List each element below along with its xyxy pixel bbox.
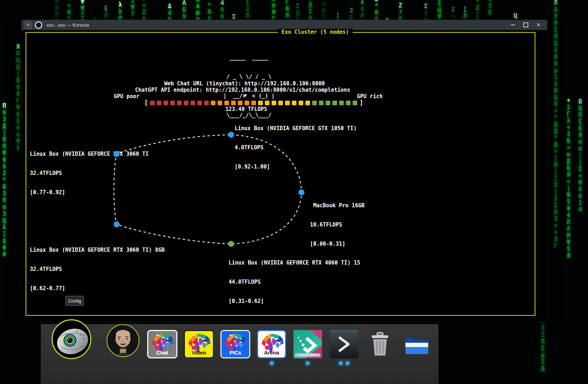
desktop: П 6 3 Д | 8 Π Ψ 6 λ 2 * Б 3 П π 3 Ц λ Ξ …	[0, 0, 588, 384]
trash-icon	[366, 330, 394, 358]
node-name: Linux Box (NVIDIA GEFORCE RTX 3060 TI) 8…	[30, 247, 165, 253]
matrix-rain-column: Ж П Ц Ц | Ж 0 0 Γ Ψ 6 ξ π π Ψ λ	[16, 43, 20, 151]
gpu-bar: [ ]	[144, 99, 363, 106]
node-name: Linux Box (NVIDIA GEFORCE RTX 4060 TI) 1…	[229, 260, 360, 266]
gpu-bar-square	[272, 101, 276, 105]
matrix-rain-column: Σ Σ < 3 3 Б	[488, 0, 492, 16]
gpu-rich-label: GPU rich	[357, 93, 383, 100]
api-endpoint-url[interactable]: ChatGPT API endpoint: http://192.168.0.1…	[135, 87, 350, 93]
gpu-bar-square	[299, 101, 303, 105]
gpu-bar-square	[245, 101, 249, 105]
node-range: [0.62-0.77]	[30, 285, 165, 292]
robot-icon	[53, 320, 90, 358]
node-tflops: 4.0TFLOPS	[235, 144, 357, 151]
dock-item-chat-label: Chat	[156, 350, 168, 357]
user-avatar-button[interactable]	[107, 324, 139, 357]
gpu-poor-label: GPU poor	[114, 93, 139, 100]
node-range: [0.77-0.92]	[30, 189, 149, 196]
gpu-bar-square	[224, 101, 229, 105]
gpu-bar-square	[353, 101, 357, 105]
minimize-icon	[511, 25, 515, 25]
matrix-rain-column: Л Δ 5 Θ ξ И Ц λ Б Б μ 1 λ Ж Ц 8 > * Д Д …	[554, 0, 557, 249]
gpu-bar-squares	[150, 101, 357, 105]
gpu-bar-square	[346, 101, 351, 105]
gpu-bar-marker-icon: ▼	[244, 92, 247, 98]
matrix-rain-column: + 1 Γ λ + 3 Б = π Д Б Я = | Ж 5 Φ 4 Л Λ …	[567, 97, 570, 259]
gpu-bar-square	[218, 101, 222, 105]
gpu-bar-square	[332, 101, 337, 105]
dock-item-video-label: Video	[192, 350, 206, 357]
dock-item-pics[interactable]: PICs	[220, 330, 250, 358]
matrix-rain-column: П 6 3 Д | 8 Π Ψ 6 λ 2 * Б 3 П π 3 Ц λ Ξ …	[2, 102, 6, 258]
gpu-bar-square	[285, 101, 290, 105]
robot-launcher-button[interactable]	[52, 319, 91, 359]
dock-item-arena-label: Arena	[264, 350, 279, 357]
gpu-bar-square	[258, 101, 263, 105]
node-tflops: 10.6TFLOPS	[310, 222, 365, 228]
gpu-bar-square	[319, 101, 324, 105]
node-name: Linux Box (NVIDIA GEFORCE GTX 1050 TI)	[235, 125, 357, 132]
node-rtx3060ti-8gb: Linux Box (NVIDIA GEFORCE RTX 3060 TI) 8…	[30, 234, 165, 304]
latte-dock-icon	[293, 330, 322, 358]
running-indicator-arena	[270, 362, 273, 365]
cluster-frame-title: Exo Cluster (5 nodes)	[278, 29, 353, 35]
dock-item-trash[interactable]	[366, 330, 394, 358]
window-title: exo : exo — Konsole	[47, 22, 506, 28]
dock-panel: Chat Video PICs Arena	[41, 324, 439, 384]
gpu-bar-square	[211, 101, 215, 105]
node-name: Linux Box (NVIDIA GEFORCE RTX 3060 TI	[30, 151, 149, 157]
node-range: [0.31-0.62]	[229, 298, 360, 304]
gpu-bar-square	[191, 101, 195, 105]
gpu-bar-square	[326, 101, 330, 105]
minimize-button[interactable]	[509, 21, 517, 28]
dock-item-chat[interactable]: Chat	[147, 330, 177, 358]
gpu-bar-square	[278, 101, 283, 105]
maximize-icon	[523, 22, 528, 27]
gpu-bar-square	[157, 101, 161, 105]
gpu-bar-square	[150, 101, 155, 105]
gpu-bar-square	[231, 101, 236, 105]
dock-item-file-manager[interactable]	[402, 330, 432, 358]
gpu-bar-square	[312, 101, 317, 105]
gpu-bar-square	[238, 101, 242, 105]
maximize-button[interactable]	[522, 21, 530, 28]
gpu-bar-square	[204, 101, 209, 105]
node-range: [0.00-0.31]	[310, 241, 365, 247]
node-name: MacBook Pro 16GB	[310, 202, 365, 209]
gpu-bar-square	[184, 101, 188, 105]
total-tflops: 123.40 TFLOPS	[225, 106, 267, 112]
node-rtx4060ti: Linux Box (NVIDIA GEFORCE RTX 4060 TI) 1…	[229, 247, 360, 317]
gpu-bar-square	[197, 101, 202, 105]
node-tflops: 32.4TFLOPS	[30, 170, 149, 176]
terminal-tab-icon: >	[25, 21, 32, 29]
dock-item-latte-dock[interactable]	[293, 330, 322, 358]
gpu-bar-square	[177, 101, 182, 105]
matrix-rain-column: Ω Ц П ξ Б Я π π ¦ | Σ < Θ Λ 6 1 4	[578, 98, 582, 213]
gpu-bar-square	[292, 101, 296, 105]
dock-item-video[interactable]: Video	[184, 330, 214, 358]
node-gtx1050ti: Linux Box (NVIDIA GEFORCE GTX 1050 TI) 4…	[235, 112, 357, 183]
gpu-bar-close-bracket: ]	[359, 99, 363, 106]
node-range: [0.92-1.00]	[235, 164, 357, 170]
node-tflops: 32.4TFLOPS	[30, 266, 165, 272]
gpu-bar-square	[339, 101, 344, 105]
dock-item-pics-label: PICs	[229, 350, 241, 357]
user-portrait-icon	[107, 325, 139, 356]
gpu-bar-square	[170, 101, 175, 105]
konsole-app-icon	[35, 21, 42, 29]
web-chat-url[interactable]: Web Chat URL (tinychat): http://192.168.…	[164, 80, 325, 87]
dock-item-konsole[interactable]	[330, 330, 358, 358]
node-rtx3060ti-a: Linux Box (NVIDIA GEFORCE RTX 3060 TI 32…	[30, 138, 149, 208]
folder-icon	[402, 330, 432, 358]
dock-item-arena[interactable]: Arena	[257, 330, 286, 358]
gpu-bar-square	[164, 101, 168, 105]
gpu-bar-square	[265, 101, 269, 105]
gpu-bar-square	[305, 101, 310, 105]
node-tflops: 44.0TFLOPS	[229, 279, 360, 285]
running-indicator-latte	[306, 362, 309, 365]
gpu-bar-square	[251, 101, 256, 105]
konsole-terminal-icon	[330, 330, 358, 358]
gpu-bar-open-bracket: [	[144, 99, 148, 106]
close-button[interactable]: ✕	[534, 21, 543, 28]
config-button[interactable]: Config	[65, 296, 84, 306]
